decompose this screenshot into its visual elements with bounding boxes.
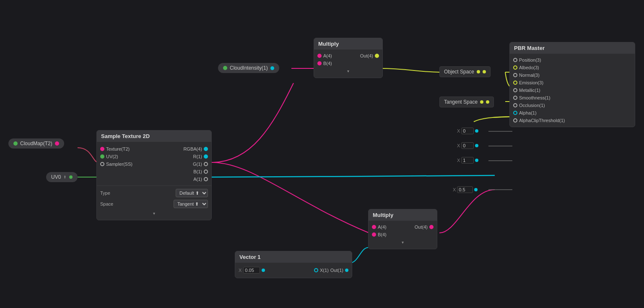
uv0-node[interactable]: UV0 ⬆	[46, 172, 78, 182]
cloudintensity-output-port	[223, 66, 227, 70]
multiply1-b-row: B(4)	[314, 60, 335, 67]
pbr-master-header: PBR Master	[510, 42, 635, 54]
uv0-output-port	[69, 175, 73, 179]
space-select[interactable]: Tangent ⬆	[174, 200, 208, 208]
multiply2-a-row: A(4)	[369, 223, 390, 231]
pbr-position-row: Position(3)	[510, 56, 635, 64]
r-output-port	[204, 154, 208, 159]
pbr-position-port	[513, 58, 517, 62]
type-select[interactable]: Default ⬆	[176, 189, 208, 197]
vector1-x-input[interactable]	[243, 267, 260, 274]
pbr-metallic-port	[513, 88, 517, 92]
tangent-space-node[interactable]: Tangent Space	[439, 97, 494, 107]
pbr-smoothness-row: Smoothness(1)	[510, 94, 635, 102]
multiply2-header: Multiply	[369, 209, 437, 221]
object-space-output-port	[483, 70, 486, 73]
uv0-label: UV0	[51, 174, 61, 180]
multiply2-out-row: Out(4)	[411, 223, 437, 231]
cloudmap-node[interactable]: CloudMap(T2)	[8, 138, 64, 149]
cloudintensity-label: CloudIntensity(1)	[230, 65, 268, 71]
pbr-emission-row: Emission(3)	[510, 79, 635, 86]
alphaclip-input[interactable]	[457, 186, 473, 193]
multiply1-a-row: A(4)	[314, 52, 335, 60]
type-row: Type Default ⬆	[97, 188, 211, 198]
rgba-output-port	[204, 147, 208, 151]
pbr-smoothness-port	[513, 96, 517, 100]
a-output-row: A(1)	[180, 175, 211, 183]
multiply1-node: Multiply A(4) B(4) Out(4) ▾	[314, 38, 383, 78]
a-output-port	[204, 177, 208, 181]
multiply2-b-row: B(4)	[369, 231, 390, 238]
r-output-row: R(1)	[180, 153, 211, 160]
alphaclip-input-group: X	[453, 186, 478, 193]
sampler-input-port	[100, 162, 104, 166]
pbr-normal-port	[513, 73, 517, 77]
g-output-port	[204, 162, 208, 166]
vector1-x-input-port	[314, 268, 318, 272]
occlusion-input-group: X	[457, 157, 478, 164]
space-row: Space Tangent ⬆	[97, 198, 211, 209]
multiply2-node: Multiply A(4) B(4) Out(4) ▾	[368, 209, 437, 249]
pbr-albedo-port	[513, 65, 517, 70]
multiply1-header: Multiply	[314, 38, 382, 50]
multiply1-out-port	[375, 54, 379, 58]
sampler-input-row: Sampler(SS)	[97, 160, 136, 168]
pbr-albedo-row: Albedo(3)	[510, 64, 635, 71]
object-space-node[interactable]: Object Space	[439, 66, 491, 77]
pbr-alphaclip-port	[513, 118, 517, 123]
cloudintensity-input-port	[270, 66, 274, 70]
occlusion-connector	[475, 159, 478, 162]
multiply1-collapse[interactable]: ▾	[314, 67, 382, 75]
uv-input-port	[100, 154, 104, 159]
multiply2-b-port	[372, 232, 376, 237]
pbr-occlusion-row: Occlusion(1)	[510, 102, 635, 109]
rgba-output-row: RGBA(4)	[180, 145, 211, 153]
pbr-master-node: PBR Master Position(3) Albedo(3) Normal(…	[509, 42, 635, 127]
vector1-header: Vector 1	[235, 251, 352, 263]
vector1-node: Vector 1 X X(1) Out(1)	[235, 251, 352, 278]
sample-texture-collapse[interactable]: ▾	[97, 209, 211, 217]
vector1-x-port	[262, 269, 265, 272]
g-output-row: G(1)	[180, 160, 211, 168]
smoothness-input[interactable]	[461, 142, 474, 149]
occlusion-input[interactable]	[461, 157, 474, 164]
pbr-normal-row: Normal(3)	[510, 71, 635, 79]
multiply2-out-port	[429, 225, 434, 229]
multiply1-out-row: Out(4)	[357, 52, 382, 60]
pbr-metallic-row: Metallic(1)	[510, 86, 635, 94]
type-space-area	[97, 232, 214, 277]
pbr-occlusion-port	[513, 103, 517, 107]
b-output-port	[204, 170, 208, 174]
metallic-input[interactable]	[461, 128, 474, 134]
object-space-input-port	[477, 70, 480, 73]
cloudmap-output-port	[13, 141, 18, 146]
pbr-alphaclip-row: AlphaClipThreshold(1)	[510, 117, 635, 124]
b-output-row: B(1)	[180, 168, 211, 175]
texture-input-port	[100, 147, 104, 151]
texture-input-row: Texture(T2)	[97, 145, 136, 153]
smoothness-connector	[475, 144, 478, 147]
cloudintensity-node[interactable]: CloudIntensity(1)	[218, 63, 279, 73]
uv-input-row: UV(2)	[97, 153, 136, 160]
sample-texture-header: Sample Texture 2D	[97, 131, 211, 142]
multiply1-b-port	[317, 61, 322, 65]
multiply1-a-port	[317, 54, 322, 58]
smoothness-input-group: X	[457, 142, 478, 149]
multiply2-a-port	[372, 225, 376, 229]
sample-texture-node: Sample Texture 2D Texture(T2) UV(2) Samp…	[96, 130, 212, 220]
multiply2-collapse[interactable]: ▾	[369, 238, 437, 246]
tangent-space-label: Tangent Space	[444, 99, 478, 105]
tangent-space-input-port	[480, 100, 483, 104]
pbr-alpha-port	[513, 111, 517, 115]
vector1-out-port	[345, 269, 348, 272]
alphaclip-connector	[474, 188, 478, 191]
cloudmap-label: CloudMap(T2)	[20, 141, 52, 146]
metallic-input-group: X	[457, 128, 478, 134]
object-space-label: Object Space	[444, 69, 474, 75]
metallic-connector	[475, 129, 478, 133]
pbr-alpha-row: Alpha(1)	[510, 109, 635, 117]
cloudmap-input-port	[55, 141, 59, 146]
tangent-space-output-port	[486, 100, 489, 104]
pbr-emission-port	[513, 81, 517, 85]
